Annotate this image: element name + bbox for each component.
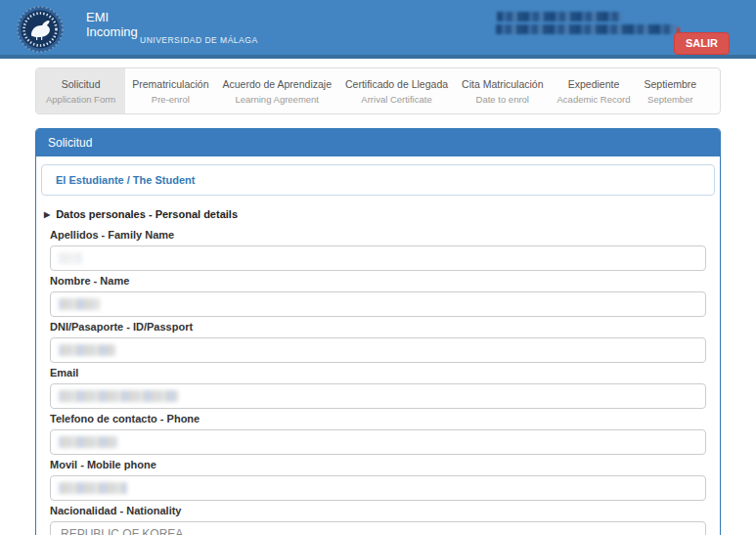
apellidos-label: Apellidos - Family Name bbox=[50, 229, 706, 242]
tab-label: Certificado de Llegada bbox=[345, 78, 448, 90]
student-section-header[interactable]: El Estudiante / The Student bbox=[41, 164, 715, 196]
tab-acuerdo-aprendizaje[interactable]: Acuerdo de AprendizajeLearning Agreement bbox=[215, 68, 338, 113]
nombre-field: Nombre - Name bbox=[50, 275, 706, 317]
university-name: UNIVERSIDAD DE MÁLAGA bbox=[140, 35, 258, 45]
tab-prematriculacion[interactable]: PrematriculaciónPre-enrol bbox=[125, 68, 215, 113]
tab-label: Septiembre bbox=[645, 78, 697, 90]
dni-pasaporte-input[interactable] bbox=[50, 337, 706, 363]
tab-sublabel: Arrival Certificate bbox=[361, 94, 431, 105]
redacted-value bbox=[59, 436, 117, 448]
tab-solicitud[interactable]: SolicitudApplication Form bbox=[36, 68, 125, 113]
tab-sublabel: Date to enrol bbox=[476, 94, 529, 105]
tab-label: Acuerdo de Aprendizaje bbox=[222, 78, 332, 90]
apellidos-input[interactable] bbox=[50, 245, 706, 271]
redacted-user-info-line2 bbox=[496, 24, 675, 34]
logout-button[interactable]: SALIR bbox=[674, 32, 730, 55]
personal-details-toggle[interactable]: ▶ Datos personales - Personal details bbox=[44, 208, 715, 220]
tabs-bar: SolicitudApplication FormPrematriculació… bbox=[35, 67, 721, 114]
telefono-label: Telefono de contacto - Phone bbox=[50, 413, 706, 425]
nombre-label: Nombre - Name bbox=[50, 275, 706, 288]
tab-label: Prematriculación bbox=[132, 78, 208, 90]
tab-sublabel: September bbox=[647, 94, 692, 105]
tab-certificado-llegada[interactable]: Certificado de LlegadaArrival Certificat… bbox=[338, 68, 455, 113]
student-section-label: El Estudiante / The Student bbox=[56, 174, 195, 186]
app-header: EMI Incoming UNIVERSIDAD DE MÁLAGA SALIR bbox=[0, 0, 756, 59]
movil-label: Movil - Mobile phone bbox=[50, 459, 706, 471]
tab-sublabel: Academic Record bbox=[557, 94, 631, 105]
redacted-value bbox=[59, 482, 127, 494]
collapsed-arrow-icon: ▶ bbox=[44, 209, 50, 220]
tab-label: Expediente bbox=[568, 78, 620, 90]
personal-details-form: Apellidos - Family NameNombre - NameDNI/… bbox=[41, 220, 715, 535]
university-seal-logo bbox=[17, 6, 64, 53]
telefono-field: Telefono de contacto - Phone bbox=[50, 413, 706, 455]
app-brand: EMI Incoming bbox=[86, 10, 138, 39]
tab-label: Cita Matriculación bbox=[462, 78, 543, 90]
redacted-value bbox=[59, 252, 82, 264]
tab-expediente[interactable]: ExpedienteAcademic Record bbox=[551, 68, 638, 113]
dni-pasaporte-field: DNI/Pasaporte - ID/Passport bbox=[50, 321, 706, 363]
tab-sublabel: Learning Agreement bbox=[235, 94, 319, 105]
panel-title: Solicitud bbox=[36, 129, 720, 156]
tab-sublabel: Pre-enrol bbox=[152, 94, 190, 105]
solicitud-panel: Solicitud El Estudiante / The Student ▶ … bbox=[35, 128, 721, 535]
nacionalidad-field: Nacionalidad - Nationality bbox=[50, 505, 706, 535]
redacted-value bbox=[59, 298, 100, 310]
tab-label: Solicitud bbox=[62, 78, 101, 90]
nacionalidad-input[interactable] bbox=[50, 521, 706, 535]
movil-input[interactable] bbox=[50, 475, 706, 501]
nombre-input[interactable] bbox=[50, 291, 706, 317]
brand-line2: Incoming bbox=[86, 24, 138, 39]
email-label: Email bbox=[50, 367, 706, 379]
email-field: Email bbox=[50, 367, 706, 409]
redacted-value bbox=[59, 390, 178, 402]
apellidos-field: Apellidos - Family Name bbox=[50, 229, 706, 271]
tab-cita-matriculacion[interactable]: Cita MatriculaciónDate to enrol bbox=[455, 68, 550, 113]
tab-septiembre[interactable]: SeptiembreSeptember bbox=[638, 68, 704, 113]
dni-pasaporte-label: DNI/Pasaporte - ID/Passport bbox=[50, 321, 706, 334]
redacted-value bbox=[59, 344, 115, 356]
nacionalidad-label: Nacionalidad - Nationality bbox=[50, 505, 706, 517]
movil-field: Movil - Mobile phone bbox=[50, 459, 706, 501]
panel-body: El Estudiante / The Student ▶ Datos pers… bbox=[36, 156, 720, 535]
redacted-user-info-line1 bbox=[497, 12, 621, 22]
tab-sublabel: Application Form bbox=[46, 94, 115, 105]
brand-line1: EMI bbox=[86, 10, 138, 24]
telefono-input[interactable] bbox=[50, 429, 706, 455]
personal-details-label: Datos personales - Personal details bbox=[56, 208, 238, 220]
